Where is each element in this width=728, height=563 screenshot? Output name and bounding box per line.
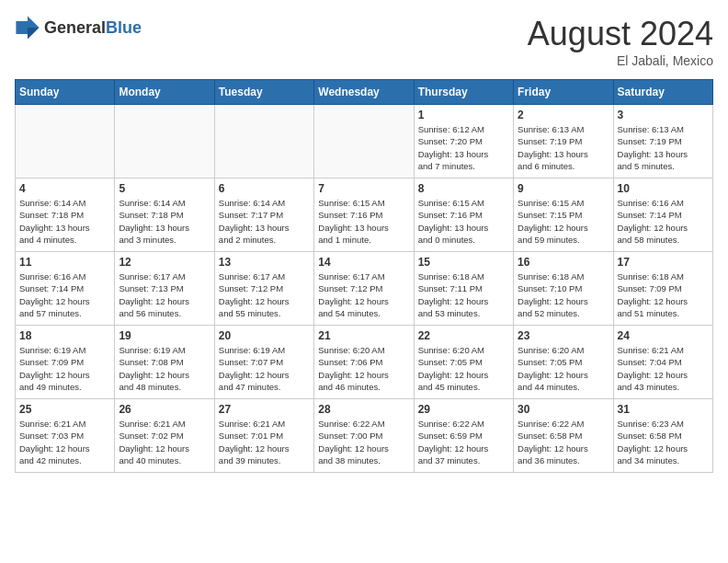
day-info: Sunrise: 6:21 AM Sunset: 7:03 PM Dayligh…: [19, 418, 110, 466]
day-info: Sunrise: 6:19 AM Sunset: 7:08 PM Dayligh…: [119, 344, 210, 393]
svg-marker-0: [28, 16, 40, 28]
day-info: Sunrise: 6:20 AM Sunset: 7:05 PM Dayligh…: [518, 344, 609, 393]
weekday-header-thursday: Thursday: [414, 80, 513, 105]
day-number: 26: [119, 403, 210, 416]
day-info: Sunrise: 6:14 AM Sunset: 7:18 PM Dayligh…: [19, 197, 110, 246]
calendar-cell: 24Sunrise: 6:21 AM Sunset: 7:04 PM Dayli…: [613, 326, 712, 399]
calendar-cell: 27Sunrise: 6:21 AM Sunset: 7:01 PM Dayli…: [214, 399, 313, 473]
weekday-header-saturday: Saturday: [613, 80, 712, 105]
calendar-cell: 1Sunrise: 6:12 AM Sunset: 7:20 PM Daylig…: [414, 105, 513, 178]
weekday-header-friday: Friday: [514, 80, 613, 105]
location-subtitle: El Jabali, Mexico: [528, 53, 713, 68]
calendar-cell: 21Sunrise: 6:20 AM Sunset: 7:06 PM Dayli…: [314, 326, 414, 399]
calendar-cell: 9Sunrise: 6:15 AM Sunset: 7:15 PM Daylig…: [514, 178, 613, 252]
day-number: 16: [518, 256, 609, 269]
day-number: 31: [618, 403, 709, 416]
logo-text-blue: Blue: [106, 18, 142, 37]
calendar-cell: [115, 105, 214, 178]
weekday-header-wednesday: Wednesday: [314, 80, 414, 105]
day-number: 30: [518, 403, 609, 416]
calendar-cell: 31Sunrise: 6:23 AM Sunset: 6:58 PM Dayli…: [613, 399, 712, 473]
day-number: 6: [219, 182, 310, 195]
weekday-row: SundayMondayTuesdayWednesdayThursdayFrid…: [16, 80, 713, 105]
weekday-header-tuesday: Tuesday: [214, 80, 313, 105]
calendar-week-1: 1Sunrise: 6:12 AM Sunset: 7:20 PM Daylig…: [16, 105, 713, 178]
day-info: Sunrise: 6:16 AM Sunset: 7:14 PM Dayligh…: [19, 270, 110, 319]
calendar-cell: 23Sunrise: 6:20 AM Sunset: 7:05 PM Dayli…: [514, 326, 613, 399]
logo-icon: [15, 15, 40, 40]
calendar-cell: 4Sunrise: 6:14 AM Sunset: 7:18 PM Daylig…: [16, 178, 115, 252]
day-info: Sunrise: 6:21 AM Sunset: 7:02 PM Dayligh…: [119, 418, 210, 466]
day-number: 20: [219, 329, 310, 342]
day-number: 7: [318, 182, 409, 195]
day-number: 29: [418, 403, 509, 416]
day-number: 21: [318, 329, 409, 342]
day-number: 4: [19, 182, 110, 195]
calendar-week-2: 4Sunrise: 6:14 AM Sunset: 7:18 PM Daylig…: [16, 178, 713, 252]
day-info: Sunrise: 6:20 AM Sunset: 7:05 PM Dayligh…: [418, 344, 509, 393]
day-info: Sunrise: 6:13 AM Sunset: 7:19 PM Dayligh…: [518, 123, 609, 172]
calendar-cell: [214, 105, 313, 178]
day-number: 23: [518, 329, 609, 342]
weekday-header-sunday: Sunday: [16, 80, 115, 105]
day-number: 9: [518, 182, 609, 195]
logo: GeneralBlue: [15, 15, 142, 40]
day-number: 2: [518, 109, 609, 121]
calendar-cell: 6Sunrise: 6:14 AM Sunset: 7:17 PM Daylig…: [214, 178, 313, 252]
calendar-cell: 25Sunrise: 6:21 AM Sunset: 7:03 PM Dayli…: [16, 399, 115, 473]
calendar-cell: 18Sunrise: 6:19 AM Sunset: 7:09 PM Dayli…: [16, 326, 115, 399]
day-info: Sunrise: 6:21 AM Sunset: 7:04 PM Dayligh…: [618, 344, 709, 393]
day-number: 18: [19, 329, 110, 342]
calendar-cell: 10Sunrise: 6:16 AM Sunset: 7:14 PM Dayli…: [613, 178, 712, 252]
day-info: Sunrise: 6:18 AM Sunset: 7:11 PM Dayligh…: [418, 270, 509, 319]
day-number: 25: [19, 403, 110, 416]
svg-rect-2: [16, 21, 28, 34]
day-number: 19: [119, 329, 210, 342]
day-info: Sunrise: 6:17 AM Sunset: 7:13 PM Dayligh…: [119, 270, 210, 319]
day-number: 12: [119, 256, 210, 269]
day-info: Sunrise: 6:17 AM Sunset: 7:12 PM Dayligh…: [219, 270, 310, 319]
calendar-cell: 3Sunrise: 6:13 AM Sunset: 7:19 PM Daylig…: [613, 105, 712, 178]
calendar-cell: 2Sunrise: 6:13 AM Sunset: 7:19 PM Daylig…: [514, 105, 613, 178]
calendar-cell: 13Sunrise: 6:17 AM Sunset: 7:12 PM Dayli…: [214, 252, 313, 326]
calendar-week-3: 11Sunrise: 6:16 AM Sunset: 7:14 PM Dayli…: [16, 252, 713, 326]
svg-marker-1: [28, 28, 40, 40]
day-info: Sunrise: 6:22 AM Sunset: 7:00 PM Dayligh…: [318, 418, 409, 466]
logo-text-general: General: [44, 18, 106, 37]
day-info: Sunrise: 6:12 AM Sunset: 7:20 PM Dayligh…: [418, 123, 509, 172]
calendar-cell: 15Sunrise: 6:18 AM Sunset: 7:11 PM Dayli…: [414, 252, 513, 326]
day-number: 11: [19, 256, 110, 269]
day-info: Sunrise: 6:18 AM Sunset: 7:10 PM Dayligh…: [518, 270, 609, 319]
calendar-cell: 11Sunrise: 6:16 AM Sunset: 7:14 PM Dayli…: [16, 252, 115, 326]
day-number: 3: [618, 109, 709, 121]
calendar-week-5: 25Sunrise: 6:21 AM Sunset: 7:03 PM Dayli…: [16, 399, 713, 473]
day-info: Sunrise: 6:20 AM Sunset: 7:06 PM Dayligh…: [318, 344, 409, 393]
day-number: 1: [418, 109, 509, 121]
calendar-cell: [314, 105, 414, 178]
calendar-cell: 19Sunrise: 6:19 AM Sunset: 7:08 PM Dayli…: [115, 326, 214, 399]
calendar-cell: 29Sunrise: 6:22 AM Sunset: 6:59 PM Dayli…: [414, 399, 513, 473]
day-info: Sunrise: 6:15 AM Sunset: 7:16 PM Dayligh…: [318, 197, 409, 246]
day-info: Sunrise: 6:18 AM Sunset: 7:09 PM Dayligh…: [618, 270, 709, 319]
calendar-cell: 12Sunrise: 6:17 AM Sunset: 7:13 PM Dayli…: [115, 252, 214, 326]
day-number: 10: [618, 182, 709, 195]
page-header: GeneralBlue August 2024 El Jabali, Mexic…: [15, 15, 713, 68]
day-number: 14: [318, 256, 409, 269]
calendar-cell: 16Sunrise: 6:18 AM Sunset: 7:10 PM Dayli…: [514, 252, 613, 326]
calendar-cell: 14Sunrise: 6:17 AM Sunset: 7:12 PM Dayli…: [314, 252, 414, 326]
day-number: 13: [219, 256, 310, 269]
calendar-cell: 8Sunrise: 6:15 AM Sunset: 7:16 PM Daylig…: [414, 178, 513, 252]
day-info: Sunrise: 6:19 AM Sunset: 7:07 PM Dayligh…: [219, 344, 310, 393]
day-number: 24: [618, 329, 709, 342]
day-info: Sunrise: 6:15 AM Sunset: 7:16 PM Dayligh…: [418, 197, 509, 246]
day-info: Sunrise: 6:15 AM Sunset: 7:15 PM Dayligh…: [518, 197, 609, 246]
calendar-header: SundayMondayTuesdayWednesdayThursdayFrid…: [16, 80, 713, 105]
calendar-cell: 7Sunrise: 6:15 AM Sunset: 7:16 PM Daylig…: [314, 178, 414, 252]
day-number: 5: [119, 182, 210, 195]
day-number: 17: [618, 256, 709, 269]
day-info: Sunrise: 6:19 AM Sunset: 7:09 PM Dayligh…: [19, 344, 110, 393]
day-info: Sunrise: 6:21 AM Sunset: 7:01 PM Dayligh…: [219, 418, 310, 466]
day-info: Sunrise: 6:14 AM Sunset: 7:17 PM Dayligh…: [219, 197, 310, 246]
day-info: Sunrise: 6:22 AM Sunset: 6:58 PM Dayligh…: [518, 418, 609, 466]
calendar-cell: 17Sunrise: 6:18 AM Sunset: 7:09 PM Dayli…: [613, 252, 712, 326]
